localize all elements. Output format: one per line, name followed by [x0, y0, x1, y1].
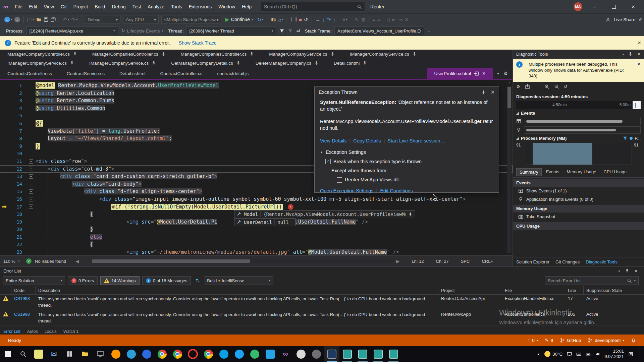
error-list-search-input[interactable]: Search Error List ▾ [545, 276, 639, 285]
events-section-header[interactable]: ◢Events [513, 109, 644, 117]
tool-tab-solution-explorer[interactable]: Solution Explorer [516, 259, 549, 264]
tab-managercompanyservice-cs[interactable]: ManagerCompanyService.cs [262, 50, 342, 59]
datatip-row-userdetail[interactable]: UserDetailnull [234, 218, 296, 226]
taskbar-file-explorer-icon[interactable] [77, 346, 93, 362]
show-desktop-button[interactable] [640, 346, 642, 362]
taskbar-remote-window-4-icon[interactable] [386, 346, 401, 362]
tool-tab-diagnostic-tools[interactable]: Diagnostic Tools [586, 259, 617, 264]
zoom-in-icon[interactable] [544, 84, 549, 89]
solution-platform-dropdown[interactable]: Any CPU▾ [123, 15, 159, 24]
panel-tab-autos[interactable]: Autos [27, 329, 38, 334]
hscroll-left-arrow[interactable]: ◀ [75, 259, 79, 264]
datatip-pin-icon[interactable] [408, 212, 413, 217]
select-pointer-button[interactable]: ↖ [355, 17, 359, 22]
live-share-button[interactable]: Live Share [614, 17, 636, 22]
tab-contractservice-cs[interactable]: ContractService.cs [59, 68, 112, 79]
code-line-22[interactable]: 22{ [0, 241, 513, 248]
fold-collapse-icon[interactable]: – [26, 158, 36, 165]
app-insights-link[interactable]: Application Insights Events (0 of 0) [513, 195, 644, 203]
tray-keyboard-icon[interactable] [576, 352, 581, 357]
show-next-statement-button[interactable]: → [315, 17, 320, 22]
take-snapshot-button[interactable]: Take Snapshot [513, 213, 644, 221]
taskbar-gray-app-icon[interactable] [309, 346, 324, 362]
quick-search-input[interactable]: Search (Ctrl+Q) [261, 2, 365, 11]
clock-widget[interactable]: 15:01 9.07.2021 [604, 349, 624, 360]
taskbar-photos-icon[interactable] [93, 346, 108, 362]
code-line-23[interactable]: 23<img src="~/theme/metronicnew/media/us… [0, 248, 513, 255]
tab-close-icon[interactable]: ✕ [482, 71, 486, 76]
menu-item-git[interactable]: Git [57, 4, 70, 9]
tab-contractdetail-js[interactable]: contractdetail.js [210, 68, 256, 79]
fold-collapse-icon[interactable]: – [26, 173, 36, 180]
fold-collapse-icon[interactable]: – [26, 180, 36, 188]
taskbar-skype-icon[interactable] [216, 346, 231, 362]
diagnostics-tab-memory-usage[interactable]: Memory Usage [564, 168, 599, 176]
taskbar-remote-window-2-icon[interactable] [355, 346, 370, 362]
space-mode-indicator[interactable]: SPC [461, 259, 470, 264]
restart-debugging-button[interactable]: ↺ [304, 17, 308, 22]
tab-contractscontroller-cs[interactable]: ContractsController.cs [0, 68, 59, 79]
error-list-column-headers[interactable]: CodeDescriptionProjectFileLineSuppressio… [0, 286, 644, 295]
eol-indicator[interactable]: CRLF [482, 259, 493, 264]
show-stack-trace-link[interactable]: Show Stack Trace [179, 40, 217, 46]
fold-collapse-icon[interactable]: – [26, 188, 36, 195]
push-commits-button[interactable]: ↑0▴ [528, 338, 538, 343]
tab-managercompaniescontroller-cs[interactable]: ManagerCompaniesController.cs [85, 50, 173, 59]
messages-filter-button[interactable]: i 0 of 18 Messages [142, 276, 191, 285]
menu-item-tools[interactable]: Tools [168, 4, 185, 9]
process-dropdown[interactable]: [16248] Renter.MvcApp.exe▾ [26, 26, 118, 35]
split-editor-handle[interactable]: ⇕ [507, 80, 512, 86]
break-all-button[interactable] [291, 17, 297, 21]
break-when-thrown-checkbox[interactable]: ✓ Break when this exception type is thro… [325, 158, 493, 165]
find-in-files-button[interactable] [271, 17, 276, 22]
exception-close-icon[interactable]: ✕ [491, 89, 495, 95]
taskbar-start-icon[interactable] [0, 346, 15, 362]
panel-tab-locals[interactable]: Locals [45, 329, 57, 334]
row-code[interactable]: CS1998 [11, 310, 36, 326]
column-header-line[interactable]: Line [565, 286, 584, 294]
menu-item-view[interactable]: View [41, 4, 57, 9]
menu-item-debug[interactable]: Debug [108, 4, 129, 9]
tab-pin-icon[interactable] [249, 52, 254, 57]
error-list-close-icon[interactable]: ✕ [634, 268, 638, 274]
column-header-code[interactable]: Code [11, 286, 36, 294]
tab-pin-icon[interactable] [69, 61, 74, 66]
zoom-dropdown[interactable]: 110 %▾ [3, 259, 23, 264]
minimize-button[interactable]: ─ [587, 0, 602, 13]
exception-settings-expander[interactable]: ▲ Exception Settings [320, 149, 493, 156]
events-track-breakpoints[interactable] [513, 117, 644, 126]
feedback-icon[interactable]: ✐ [639, 17, 643, 22]
user-avatar[interactable]: MA [574, 2, 582, 11]
lifecycle-events-button[interactable]: ↻ Lifecycle Events▾ [121, 28, 163, 34]
step-over-button[interactable]: ↷ [327, 17, 331, 22]
exception-link-edit-conditions[interactable]: Edit Conditions [380, 187, 413, 194]
toolbar-overflow-chevron[interactable]: ⌄ [428, 29, 430, 33]
panel-close-icon[interactable]: ✕ [637, 52, 641, 57]
taskbar-search-icon[interactable] [15, 346, 31, 362]
tab-getmanagercompanydetail-cs[interactable]: GetManagerCompanyDetail.cs [164, 59, 248, 68]
column-header-icon[interactable] [0, 286, 11, 294]
tab-pin-icon[interactable] [412, 52, 417, 57]
restart-button[interactable]: ↻▾ [257, 17, 263, 22]
menu-item-window[interactable]: Window [215, 4, 238, 9]
nav-forward-button[interactable]: → [14, 17, 20, 22]
editor-horizontal-scrollbar[interactable] [91, 259, 393, 263]
errors-filter-button[interactable]: ✕ 0 Errors [68, 276, 98, 285]
taskbar-visual-studio-icon[interactable]: ∞ [278, 346, 293, 362]
warnings-filter-button[interactable]: ! 14 Warnings [100, 276, 140, 285]
hscroll-right-arrow[interactable]: ▶ [396, 259, 399, 264]
document-outline-button[interactable]: ≣ [361, 17, 365, 22]
tab-gear-icon[interactable]: ⚙ [503, 71, 508, 76]
taskbar-chrome-beta-icon[interactable] [170, 346, 185, 362]
memory-section-header[interactable]: ◢Process Memory (MB) P... [513, 134, 644, 142]
nav-back-button[interactable]: ←▾ [4, 17, 12, 22]
flagged-threads-icon[interactable] [288, 28, 293, 34]
tray-battery-icon[interactable] [586, 352, 591, 357]
panel-chevron-icon[interactable]: ▾ [623, 53, 624, 56]
events-track-intellitrace[interactable] [513, 126, 644, 134]
tray-monitor-icon[interactable] [567, 352, 572, 357]
panel-tab-error-list[interactable]: Error List [3, 329, 20, 334]
taskbar-chrome-icon[interactable] [154, 346, 170, 362]
taskbar-remote-window-1-icon[interactable] [339, 346, 355, 362]
startup-project-dropdown[interactable]: <Multiple Startup Projects>▾ [161, 15, 221, 24]
